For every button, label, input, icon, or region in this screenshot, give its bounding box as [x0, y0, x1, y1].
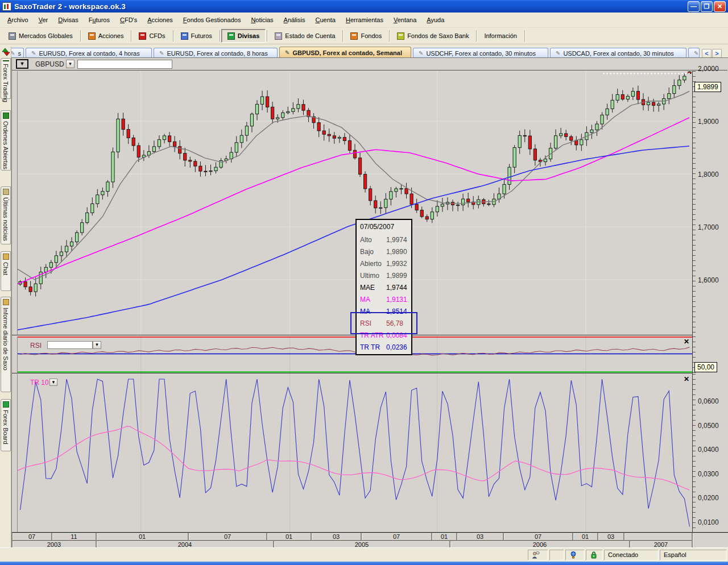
time-axis[interactable]: 0711010701030701030701032003200420052006… — [12, 532, 728, 548]
toolbar-divisas[interactable]: Divisas — [221, 29, 266, 43]
price-axis[interactable]: 2,00001,90001,80001,70001,6000 0,06000,0… — [692, 71, 728, 532]
sidebar-item-icon — [3, 189, 9, 195]
last-price-marker: 1,9899 — [694, 82, 721, 92]
toolbar-fondos-de-saxo-bank[interactable]: Fondos de Saxo Bank — [391, 29, 475, 43]
tab-usdcad-forex-al-contado-30-minutos[interactable]: ✎USDCAD, Forex al contado, 30 minutos — [550, 48, 686, 58]
candle-down — [425, 217, 428, 219]
rsi-chart-canvas[interactable] — [17, 336, 692, 373]
status-bar: Conectado Español — [0, 547, 728, 562]
tab-label: USDCHF, Forex al contado, 30 minutos — [426, 50, 536, 57]
toolbar-label: Mercados Globales — [19, 32, 73, 39]
tr-panel-label: TR 10 — [30, 379, 49, 387]
chart-pen-icon: ✎ — [31, 50, 36, 56]
toolbar-cfds[interactable]: CFDs — [133, 29, 171, 43]
status-empty-cell — [549, 550, 564, 560]
tooltip-row-value: 1,9744 — [386, 284, 407, 292]
sidebar-item-icon — [3, 254, 9, 260]
secure-lock-icon — [590, 551, 598, 559]
price-chart-canvas[interactable] — [17, 71, 692, 335]
candle-up — [44, 267, 47, 272]
menu-noticias[interactable]: Noticias — [246, 15, 278, 25]
candle-up — [554, 136, 557, 148]
tab-usdchf-forex-al-contado-30-minutos[interactable]: ✎USDCHF, Forex al contado, 30 minutos — [413, 48, 548, 58]
symbol-dropdown-button[interactable]: ▼ — [66, 60, 75, 68]
restore-button[interactable]: ❐ — [701, 1, 713, 12]
candle-down — [302, 105, 305, 110]
candle-up — [379, 207, 382, 208]
rsi-close-button[interactable]: ✕ — [683, 338, 690, 345]
rsi-combo-dropdown-button[interactable]: ▼ — [93, 341, 101, 349]
menu-ventana[interactable]: Ventana — [388, 15, 421, 25]
tab-gbpusd-forex-al-contado-semanal[interactable]: ✎GBPUSD, Forex al contado, Semanal — [279, 47, 411, 58]
menu-ver[interactable]: Ver — [34, 15, 53, 25]
sidebar-item-informe-diario-de-saxo[interactable]: Informe diario de Saxo — [1, 297, 11, 392]
menu-bar: ArchivoVerDivisasFuturosCFD'sAccionesFon… — [0, 13, 728, 28]
candle-up — [390, 192, 392, 199]
candle-up — [544, 159, 547, 162]
tr-close-button[interactable]: ✕ — [683, 376, 690, 383]
language-selector[interactable]: Español — [660, 550, 727, 560]
menu-ayuda[interactable]: Ayuda — [421, 15, 449, 25]
toolbar-fondos[interactable]: Fondos — [344, 29, 388, 43]
tooltip-row-value: 0,0236 — [386, 343, 407, 351]
rsi-combo-input[interactable] — [47, 341, 93, 349]
status-user-cell[interactable] — [528, 550, 548, 560]
tr-axis-label: 0,0500 — [698, 422, 719, 430]
sidebar-item-ordenes-abiertas[interactable]: Ordenes Abiertas — [1, 110, 11, 171]
toolbar-informaci-n[interactable]: Información — [478, 29, 523, 43]
sidebar-item-forex-trading[interactable]: Forex Trading — [1, 58, 11, 99]
menu-futuros[interactable]: Futuros — [84, 15, 115, 25]
menu-cuenta[interactable]: Cuenta — [310, 15, 340, 25]
menu-acciones[interactable]: Acciones — [142, 15, 178, 25]
chat-user-icon — [532, 551, 540, 559]
status-network-cell[interactable] — [565, 550, 585, 560]
status-lock-cell[interactable] — [586, 550, 603, 560]
candle-down — [184, 153, 187, 160]
price-axis-label: 2,0000 — [698, 65, 719, 73]
time-axis-corner — [692, 533, 728, 549]
candle-down — [348, 140, 351, 150]
toolbar-mercados-globales[interactable]: Mercados Globales — [2, 29, 79, 43]
tab-scroll-right-button[interactable]: > — [712, 49, 722, 58]
symbol-search-input[interactable] — [77, 60, 172, 69]
candle-up — [611, 100, 614, 109]
title-bar[interactable]: SaxoTrader 2 - workspace.ok.3 — ❐ ✕ — [0, 0, 728, 13]
candle-up — [673, 86, 676, 94]
close-button[interactable]: ✕ — [714, 1, 726, 12]
tab-scroll-left-button[interactable]: < — [702, 49, 712, 58]
menu-archivo[interactable]: Archivo — [2, 15, 34, 25]
tab-eurusd-forex-al-contado-8-horas[interactable]: ✎EURUSD, Forex al contado, 8 horas — [154, 48, 278, 58]
panel-separator[interactable] — [12, 373, 728, 373]
menu-divisas[interactable]: Divisas — [53, 15, 83, 25]
menu-herramientas[interactable]: Herramientas — [341, 15, 388, 25]
tab-eurusd-forex-al-contado-4-horas[interactable]: ✎EURUSD, Forex al contado, 4 horas — [26, 48, 152, 58]
candle-up — [668, 94, 671, 99]
candle-up — [606, 109, 609, 115]
candle-up — [384, 199, 387, 207]
menu-fondos-gestionados[interactable]: Fondos Gestionados — [178, 15, 246, 25]
minimize-button[interactable]: — — [688, 1, 700, 12]
globe-gear-icon — [9, 32, 16, 40]
sidebar-item--ltimas-noticias[interactable]: Últimas noticias — [1, 186, 11, 244]
toolbar-estado-de-cuenta[interactable]: Estado de Cuenta — [268, 29, 341, 43]
menu-cfd-s[interactable]: CFD's — [115, 15, 142, 25]
toolbar-futuros[interactable]: Futuros — [175, 29, 218, 43]
sidebar-item-label: Forex Trading — [2, 64, 9, 102]
toolbar-acciones[interactable]: Acciones — [82, 29, 130, 43]
tr-chart-canvas[interactable] — [17, 374, 692, 532]
toolbar-label: Futuros — [191, 32, 212, 39]
tr-dropdown-button[interactable]: ▼ — [49, 379, 57, 386]
toolbar-label: Fondos — [361, 32, 382, 39]
toolbar-label: Información — [484, 32, 516, 39]
tooltip-row-label: Abierto — [360, 260, 386, 268]
sidebar-item-chat[interactable]: Chat — [1, 251, 11, 291]
tab-s[interactable]: ✎s — [11, 48, 24, 58]
menu-an-lisis[interactable]: Análisis — [279, 15, 311, 25]
chart-menu-button[interactable]: ▼ — [16, 59, 28, 69]
sidebar-item-icon — [3, 401, 9, 408]
sidebar-item-forex-board[interactable]: Forex Board — [1, 399, 11, 451]
forex-icon — [228, 32, 235, 40]
tooltip-row-value: 1,9899 — [386, 272, 407, 280]
tab-overflow-stub[interactable]: ✎ — [688, 48, 700, 58]
tooltip-row-label: Bajo — [360, 248, 386, 256]
